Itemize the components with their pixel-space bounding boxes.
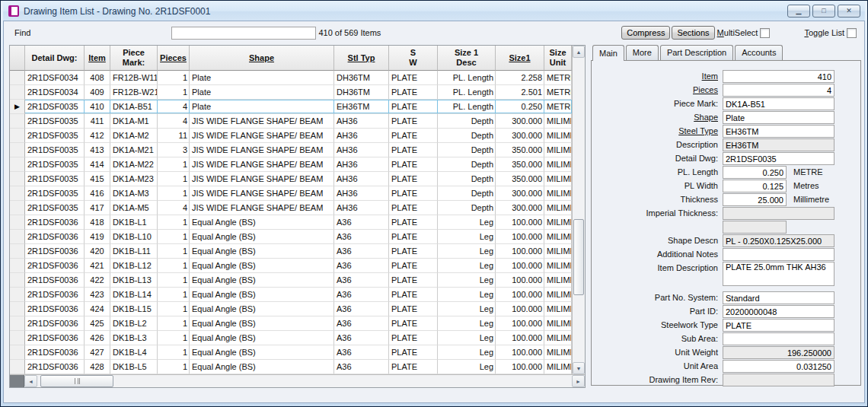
cell-stl[interactable]: AH36 [334, 201, 389, 215]
row-selector[interactable] [10, 273, 25, 288]
table-row[interactable]: ▶2R1DSF0035410DK1A-B514PlateEH36TMPLATEP… [10, 100, 572, 114]
cell-dwg[interactable]: 2R1DSF0036 [25, 230, 85, 244]
cell-size1[interactable]: 100.000 [496, 273, 544, 288]
cell-mark[interactable]: FR12B-W11 [110, 71, 158, 85]
cell-dwg[interactable]: 2R1DSF0036 [25, 345, 85, 360]
row-selector[interactable] [10, 157, 25, 172]
cell-pieces[interactable]: 1 [158, 186, 190, 201]
column-header-mark[interactable]: Piece Mark: [110, 46, 158, 71]
cell-dwg[interactable]: 2R1DSF0036 [25, 302, 85, 316]
row-selector[interactable] [10, 288, 25, 302]
cell-pieces[interactable]: 1 [158, 259, 190, 273]
cell-mark[interactable]: FR12B-W21 [110, 85, 158, 100]
cell-stl[interactable]: AH36 [334, 143, 389, 157]
cell-pieces[interactable]: 1 [158, 273, 190, 288]
cell-item[interactable]: 413 [85, 143, 110, 157]
table-row[interactable]: 2R1DSF0035412DK1A-M211JIS WIDE FLANGE SH… [10, 129, 572, 143]
cell-desc[interactable]: Leg [438, 230, 496, 244]
imperial-thickness-2-field[interactable] [723, 221, 787, 234]
cell-dwg[interactable]: 2R1DSF0035 [25, 129, 85, 143]
cell-stl[interactable]: A36 [334, 302, 389, 316]
cell-size1[interactable]: 100.000 [496, 302, 544, 316]
cell-shape[interactable]: Equal Angle (BS) [190, 302, 334, 316]
cell-dwg[interactable]: 2R1DSF0036 [25, 215, 85, 230]
row-selector[interactable] [10, 316, 25, 331]
cell-mark[interactable]: DK1B-L2 [110, 316, 158, 331]
cell-dwg[interactable]: 2R1DSF0035 [25, 172, 85, 186]
cell-unit[interactable]: MILIMETER [544, 345, 572, 360]
cell-size1[interactable]: 100.000 [496, 331, 544, 345]
cell-shape[interactable]: Equal Angle (BS) [190, 273, 334, 288]
table-row[interactable]: 2R1DSF0036428DK1B-L51Equal Angle (BS)A36… [10, 360, 572, 374]
cell-stl[interactable]: AH36 [334, 172, 389, 186]
table-row[interactable]: 2R1DSF0036422DK1B-L131Equal Angle (BS)A3… [10, 273, 572, 288]
cell-size1[interactable]: 2.501 [496, 85, 544, 100]
multiselect-checkbox[interactable] [760, 28, 770, 38]
close-button[interactable]: ✕ [838, 5, 860, 17]
cell-shape[interactable]: Equal Angle (BS) [190, 259, 334, 273]
table-row[interactable]: 2R1DSF0036420DK1B-L111Equal Angle (BS)A3… [10, 244, 572, 259]
cell-shape[interactable]: JIS WIDE FLANGE SHAPE/ BEAM [190, 114, 334, 129]
cell-desc[interactable]: Depth [438, 172, 496, 186]
cell-stl[interactable]: AH36 [334, 129, 389, 143]
cell-shape[interactable]: Plate [190, 100, 334, 114]
cell-shape[interactable]: Equal Angle (BS) [190, 288, 334, 302]
cell-sw[interactable]: PLATE [389, 302, 438, 316]
cell-pieces[interactable]: 4 [158, 201, 190, 215]
cell-mark[interactable]: DK1A-M21 [110, 143, 158, 157]
cell-shape[interactable]: Equal Angle (BS) [190, 316, 334, 331]
cell-pieces[interactable]: 1 [158, 288, 190, 302]
cell-stl[interactable]: A36 [334, 345, 389, 360]
column-header-item[interactable]: Item [85, 46, 110, 71]
row-selector[interactable] [10, 186, 25, 201]
cell-size1[interactable]: 100.000 [496, 316, 544, 331]
table-row[interactable]: 2R1DSF0034408FR12B-W111PlateDH36TMPLATEP… [10, 71, 572, 85]
scroll-down-button[interactable]: ▼ [573, 362, 585, 374]
detail-dwg-field[interactable] [723, 152, 834, 165]
column-header-unit[interactable]: Size Unit [544, 46, 572, 71]
tab-main[interactable]: Main [592, 45, 624, 61]
scroll-right-button[interactable]: ► [572, 375, 585, 387]
cell-item[interactable]: 415 [85, 172, 110, 186]
scroll-up-button[interactable]: ▲ [573, 46, 585, 58]
cell-unit[interactable]: MILIMETER [544, 201, 572, 215]
item-description-field[interactable] [723, 262, 834, 286]
cell-desc[interactable]: PL. Length [438, 100, 496, 114]
find-input[interactable] [171, 27, 316, 40]
part-no-system-field[interactable] [723, 291, 834, 304]
column-header-shape[interactable]: Shape [190, 46, 334, 71]
column-header-desc[interactable]: Size 1 Desc [438, 46, 496, 71]
cell-shape[interactable]: JIS WIDE FLANGE SHAPE/ BEAM [190, 129, 334, 143]
cell-unit[interactable]: MILIMETER [544, 143, 572, 157]
pl-length-field[interactable] [723, 166, 787, 179]
cell-stl[interactable]: A36 [334, 288, 389, 302]
cell-item[interactable]: 417 [85, 201, 110, 215]
row-selector[interactable] [10, 230, 25, 244]
sections-button[interactable]: Sections [672, 26, 714, 40]
cell-desc[interactable]: Leg [438, 215, 496, 230]
cell-item[interactable]: 428 [85, 360, 110, 374]
cell-stl[interactable]: AH36 [334, 157, 389, 172]
cell-stl[interactable]: A36 [334, 259, 389, 273]
table-row[interactable]: 2R1DSF0036423DK1B-L141Equal Angle (BS)A3… [10, 288, 572, 302]
cell-size1[interactable]: 300.000 [496, 114, 544, 129]
table-row[interactable]: 2R1DSF0036427DK1B-L41Equal Angle (BS)A36… [10, 345, 572, 360]
cell-unit[interactable]: MILIMETER [544, 172, 572, 186]
cell-desc[interactable]: Leg [438, 360, 496, 374]
cell-mark[interactable]: DK1A-M1 [110, 114, 158, 129]
cell-shape[interactable]: JIS WIDE FLANGE SHAPE/ BEAM [190, 143, 334, 157]
row-selector[interactable] [10, 172, 25, 186]
cell-item[interactable]: 412 [85, 129, 110, 143]
cell-shape[interactable]: JIS WIDE FLANGE SHAPE/ BEAM [190, 201, 334, 215]
cell-shape[interactable]: JIS WIDE FLANGE SHAPE/ BEAM [190, 186, 334, 201]
row-selector[interactable] [10, 85, 25, 100]
cell-item[interactable]: 422 [85, 273, 110, 288]
cell-sw[interactable]: PLATE [389, 345, 438, 360]
table-row[interactable]: 2R1DSF0036419DK1B-L101Equal Angle (BS)A3… [10, 230, 572, 244]
vertical-scroll-track[interactable] [573, 58, 585, 362]
cell-sw[interactable]: PLATE [389, 157, 438, 172]
cell-shape[interactable]: Equal Angle (BS) [190, 345, 334, 360]
horizontal-scroll-track[interactable] [113, 375, 572, 387]
cell-dwg[interactable]: 2R1DSF0036 [25, 316, 85, 331]
cell-desc[interactable]: Leg [438, 331, 496, 345]
